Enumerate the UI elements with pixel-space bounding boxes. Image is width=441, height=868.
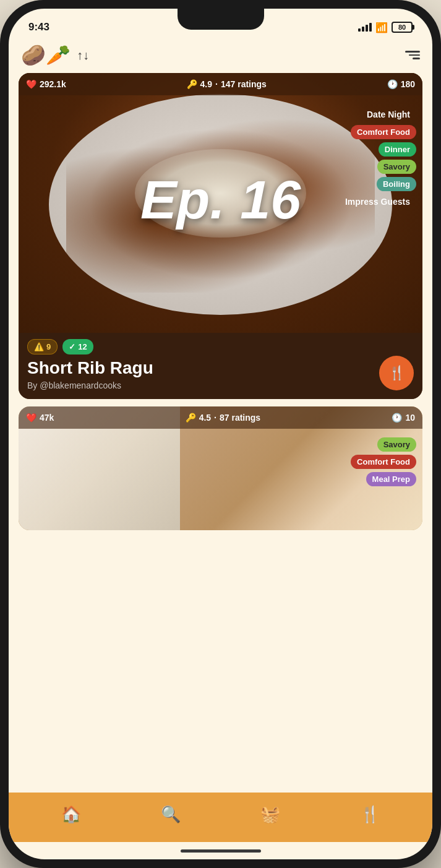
nav-search[interactable]: 🔍 <box>161 805 181 824</box>
warning-badge: ⚠️ 9 <box>27 339 58 355</box>
nav-home[interactable]: 🏠 <box>61 805 81 824</box>
nav-left: 🥔🥕 ↑↓ <box>21 43 89 67</box>
utensils-icon: 🍴 <box>388 365 405 381</box>
signal-bars-icon <box>358 23 372 32</box>
rating-stat: 🔑 4.9 · 147 ratings <box>187 79 267 89</box>
tag-comfort-food[interactable]: Comfort Food <box>351 125 416 139</box>
home-indicator <box>9 842 432 859</box>
logo: 🥔🥕 <box>21 43 71 67</box>
likes-stat: ❤️ 292.1k <box>26 79 66 89</box>
basket-icon: 🧺 <box>260 805 280 824</box>
wifi-icon: 📶 <box>375 22 388 33</box>
filter-button[interactable] <box>405 51 420 59</box>
recipe-card-2[interactable]: ❤️ 47k 🔑 4.5 · 87 ratings 🕐 10 <box>19 406 422 530</box>
nav-basket[interactable]: 🧺 <box>260 805 280 824</box>
home-icon: 🏠 <box>61 805 81 824</box>
recipe-card-1[interactable]: ❤️ 292.1k 🔑 4.9 · 147 ratings 🕐 180 <box>19 73 422 399</box>
nav-recipes[interactable]: 🍴 <box>360 805 380 824</box>
status-time: 9:43 <box>28 21 49 33</box>
top-nav: 🥔🥕 ↑↓ <box>9 41 432 73</box>
recipe-action-button[interactable]: 🍴 <box>379 356 414 390</box>
home-bar <box>181 849 261 853</box>
tag-savory-2[interactable]: Savory <box>377 437 416 452</box>
tag-meal-prep[interactable]: Meal Prep <box>366 472 416 486</box>
fork-knife-icon: 🍴 <box>360 805 380 824</box>
tag-boiling[interactable]: Boiling <box>377 177 416 191</box>
tag-impress-guests: Impress Guests <box>339 194 416 209</box>
card-badges: ⚠️ 9 ✓ 12 <box>27 339 414 355</box>
sort-button[interactable]: ↑↓ <box>77 48 89 62</box>
check-icon: ✓ <box>69 342 75 351</box>
recipe-author-1: By @blakemenardcooks <box>27 380 414 390</box>
key-icon-2: 🔑 <box>186 413 196 423</box>
content-area: ❤️ 292.1k 🔑 4.9 · 147 ratings 🕐 180 <box>9 73 432 793</box>
tag-date-night: Date Night <box>361 107 416 122</box>
card-bottom-info: ⚠️ 9 ✓ 12 Short Rib Ragu By @blakemenard… <box>19 333 422 399</box>
episode-label: Ep. 16 <box>140 168 301 231</box>
battery-icon: 80 <box>392 22 413 33</box>
heart-icon: ❤️ <box>26 79 36 89</box>
tag-comfort-food-2[interactable]: Comfort Food <box>351 455 416 469</box>
check-badge: ✓ 12 <box>62 339 93 355</box>
phone-screen: 9:43 📶 80 🥔🥕 ↑↓ <box>9 9 432 859</box>
card-tags-1: Date Night Comfort Food Dinner Savory Bo… <box>339 107 416 209</box>
search-icon: 🔍 <box>161 805 181 824</box>
card2-likes-stat: ❤️ 47k <box>26 413 54 423</box>
clock-icon: 🕐 <box>387 79 398 89</box>
recipe-image-1: ❤️ 292.1k 🔑 4.9 · 147 ratings 🕐 180 <box>19 73 422 333</box>
card-tags-2: Savory Comfort Food Meal Prep <box>351 437 416 486</box>
tag-savory[interactable]: Savory <box>377 160 416 174</box>
clock-icon-2: 🕐 <box>392 413 402 423</box>
card2-rating-stat: 🔑 4.5 · 87 ratings <box>186 413 261 423</box>
status-icons: 📶 80 <box>358 22 413 33</box>
card2-stats-bar: ❤️ 47k 🔑 4.5 · 87 ratings 🕐 10 <box>19 406 422 429</box>
tag-dinner[interactable]: Dinner <box>379 142 416 157</box>
card-stats-bar: ❤️ 292.1k 🔑 4.9 · 147 ratings 🕐 180 <box>19 73 422 95</box>
phone-frame: 9:43 📶 80 🥔🥕 ↑↓ <box>0 0 441 868</box>
recipe-title-1: Short Rib Ragu <box>27 358 414 378</box>
bottom-nav: 🏠 🔍 🧺 🍴 <box>9 793 432 842</box>
card2-time-stat: 🕐 10 <box>392 413 415 423</box>
key-icon: 🔑 <box>187 79 197 89</box>
time-stat: 🕐 180 <box>387 79 415 89</box>
notch <box>178 9 264 30</box>
warning-icon: ⚠️ <box>34 342 44 351</box>
heart-icon-2: ❤️ <box>26 413 36 423</box>
